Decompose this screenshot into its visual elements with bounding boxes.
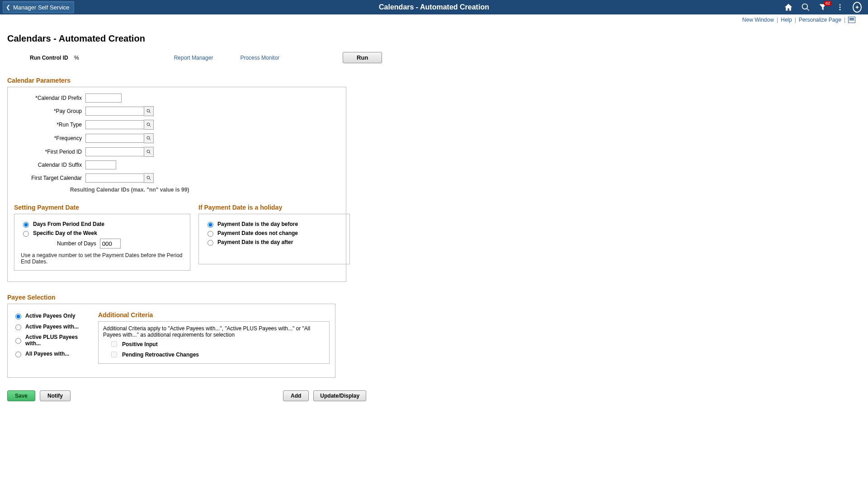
positive-input-option[interactable]: Positive Input — [109, 340, 325, 348]
bottom-button-row: Save Notify Add Update/Display — [7, 390, 861, 401]
first-target-calendar-input[interactable] — [85, 174, 144, 183]
page-banner-title: Calendars - Automated Creation — [0, 3, 868, 11]
active-payees-only-option[interactable]: Active Payees Only — [13, 312, 89, 319]
additional-criteria-heading: Additional Criteria — [98, 311, 330, 319]
frequency-input[interactable] — [85, 134, 144, 143]
holiday-before-radio[interactable] — [208, 222, 213, 228]
svg-point-0 — [802, 4, 808, 9]
add-button[interactable]: Add — [283, 390, 309, 401]
back-label: Manager Self Service — [13, 4, 69, 11]
top-banner: ❮ Manager Self Service Calendars - Autom… — [0, 0, 868, 14]
active-payees-with-radio[interactable] — [15, 324, 21, 330]
svg-point-3 — [840, 7, 841, 8]
home-icon[interactable] — [784, 3, 793, 12]
svg-line-14 — [149, 178, 151, 180]
help-link[interactable]: Help — [781, 17, 792, 23]
active-plus-payees-option[interactable]: Active PLUS Payees with... — [13, 334, 89, 347]
calendar-parameters-heading: Calendar Parameters — [7, 77, 861, 84]
frequency-label: *Frequency — [14, 135, 85, 141]
page-title: Calendars - Automated Creation — [7, 33, 861, 44]
search-icon[interactable] — [801, 3, 810, 12]
first-period-id-lookup-icon[interactable] — [144, 147, 154, 157]
holiday-heading: If Payment Date is a holiday — [198, 204, 350, 211]
number-of-days-label: Number of Days — [57, 240, 96, 247]
number-of-days-note: Use a negative number to set the Payment… — [21, 252, 184, 265]
positive-input-checkbox[interactable] — [111, 341, 117, 347]
frequency-lookup-icon[interactable] — [144, 133, 154, 143]
holiday-same-radio[interactable] — [208, 231, 213, 237]
active-plus-payees-radio[interactable] — [15, 338, 21, 344]
back-button[interactable]: ❮ Manager Self Service — [3, 1, 74, 13]
first-period-id-label: *First Period ID — [14, 149, 85, 155]
banner-icon-group: 62 — [784, 3, 868, 12]
run-button[interactable]: Run — [343, 52, 382, 63]
holiday-same-option[interactable]: Payment Date does not change — [205, 230, 343, 237]
payee-selection-box: Active Payees Only Active Payees with...… — [7, 304, 335, 378]
svg-line-6 — [149, 112, 151, 113]
notify-button[interactable]: Notify — [40, 390, 71, 401]
pay-group-input[interactable] — [85, 107, 144, 116]
specific-day-radio[interactable] — [23, 231, 29, 237]
new-window-link[interactable]: New Window — [742, 17, 774, 23]
svg-point-2 — [840, 4, 841, 5]
svg-line-8 — [149, 125, 151, 127]
actions-menu-icon[interactable] — [835, 3, 844, 12]
additional-criteria-description: Additional Criteria apply to "Active Pay… — [103, 325, 325, 338]
holiday-after-radio[interactable] — [208, 240, 213, 246]
setting-payment-date-heading: Setting Payment Date — [14, 204, 190, 211]
calendar-id-prefix-label: *Calendar ID Prefix — [14, 95, 85, 101]
svg-point-4 — [840, 9, 841, 10]
personalize-page-link[interactable]: Personalize Page — [799, 17, 841, 23]
days-from-period-end-option[interactable]: Days From Period End Date — [21, 221, 184, 228]
pay-group-label: *Pay Group — [14, 108, 85, 114]
calendar-parameters-box: *Calendar ID Prefix *Pay Group *Run Type… — [7, 87, 346, 282]
all-payees-with-radio[interactable] — [15, 352, 21, 357]
run-control-id-value: % — [74, 55, 79, 61]
notifications-icon[interactable]: 62 — [818, 3, 827, 12]
calendar-id-prefix-input[interactable] — [85, 94, 122, 103]
pending-retro-option[interactable]: Pending Retroactive Changes — [109, 350, 325, 359]
chevron-left-icon: ❮ — [6, 4, 10, 10]
number-of-days-input[interactable] — [100, 239, 121, 249]
first-target-calendar-label: First Target Calendar — [14, 175, 85, 181]
update-display-button[interactable]: Update/Display — [313, 390, 366, 401]
all-payees-with-option[interactable]: All Payees with... — [13, 350, 89, 357]
holiday-before-option[interactable]: Payment Date is the day before — [205, 221, 343, 228]
page-scroll-area[interactable]: New Window | Help | Personalize Page | C… — [0, 14, 868, 488]
calendar-id-suffix-label: Calendar ID Suffix — [14, 162, 85, 168]
holiday-panel: Payment Date is the day before Payment D… — [198, 214, 350, 264]
pending-retro-checkbox[interactable] — [111, 352, 117, 357]
calendar-id-suffix-input[interactable] — [85, 160, 116, 169]
notification-badge: 62 — [824, 1, 832, 6]
additional-criteria-box: Additional Criteria apply to "Active Pay… — [98, 321, 330, 364]
svg-line-10 — [149, 139, 151, 140]
run-type-lookup-icon[interactable] — [144, 120, 154, 130]
specific-day-option[interactable]: Specific Day of the Week — [21, 230, 184, 237]
first-target-calendar-lookup-icon[interactable] — [144, 173, 154, 183]
holiday-after-option[interactable]: Payment Date is the day after — [205, 239, 343, 246]
report-manager-link[interactable]: Report Manager — [174, 55, 213, 61]
svg-line-1 — [807, 9, 809, 11]
run-type-input[interactable] — [85, 120, 144, 129]
first-period-id-input[interactable] — [85, 147, 144, 156]
svg-line-12 — [149, 152, 151, 154]
active-payees-with-option[interactable]: Active Payees with... — [13, 323, 89, 330]
active-payees-only-radio[interactable] — [15, 314, 21, 319]
page-layout-icon[interactable] — [848, 17, 855, 23]
run-control-row: Run Control ID % Report Manager Process … — [7, 52, 861, 63]
save-button[interactable]: Save — [7, 390, 35, 401]
days-from-period-end-radio[interactable] — [23, 222, 29, 228]
process-monitor-link[interactable]: Process Monitor — [240, 55, 279, 61]
setting-payment-date-panel: Days From Period End Date Specific Day o… — [14, 214, 190, 271]
run-control-id-label: Run Control ID — [30, 55, 68, 61]
resulting-calendar-ids-note: Resulting Calendar IDs (max. "nn" value … — [14, 187, 340, 193]
top-link-bar: New Window | Help | Personalize Page | — [0, 14, 868, 24]
payee-selection-heading: Payee Selection — [7, 294, 861, 301]
run-type-label: *Run Type — [14, 122, 85, 128]
nav-compass-icon[interactable] — [853, 3, 862, 12]
pay-group-lookup-icon[interactable] — [144, 106, 154, 116]
